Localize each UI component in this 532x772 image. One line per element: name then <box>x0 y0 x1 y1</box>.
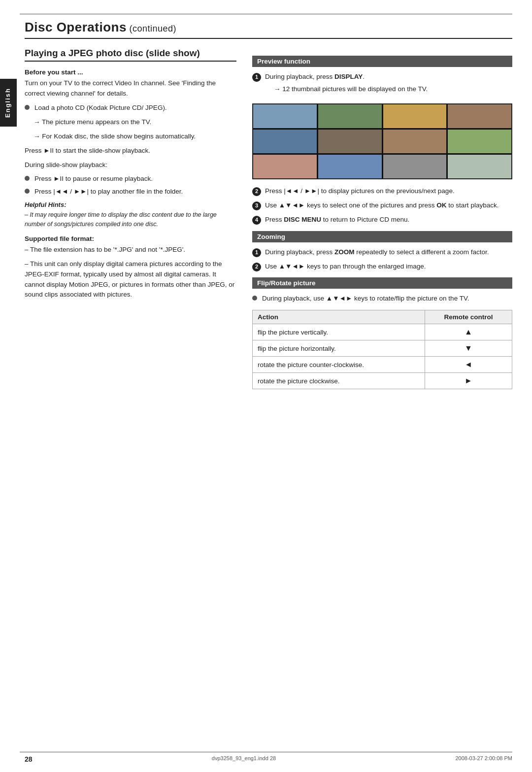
remote-cell-4: ► <box>425 373 512 389</box>
preview-step-2: 2 Press |◄◄ / ►►| to display pictures on… <box>252 186 512 197</box>
zoom-step2-content: Use ▲▼◄► keys to pan through the enlarge… <box>265 262 426 272</box>
bullet-dot-2 <box>25 176 30 181</box>
before-you-start-heading: Before you start ... <box>25 68 236 76</box>
english-tab: English <box>0 79 17 127</box>
zoom-num-1: 1 <box>252 248 261 257</box>
step1-arrow: → 12 thumbnail pictures will be displaye… <box>265 84 428 95</box>
page-border-bottom <box>20 752 512 752</box>
step-num-2: 2 <box>252 187 261 196</box>
step4-content: Press DISC MENU to return to Picture CD … <box>265 215 409 225</box>
left-column: Playing a JPEG photo disc (slide show) B… <box>25 48 236 389</box>
flip-rotate-text: During playback, use ▲▼◄► keys to rotate… <box>262 294 469 304</box>
footer-left: dvp3258_93_eng1.indd 28 <box>212 755 276 763</box>
step3-text: Use ▲▼◄► keys to select one of the pictu… <box>265 201 499 209</box>
bullet-text-3: Press |◄◄ / ►►| to play another file in … <box>34 187 183 197</box>
bullet-item-3: Press |◄◄ / ►►| to play another file in … <box>25 187 236 197</box>
title-suffix: (continued) <box>127 24 176 34</box>
table-row: rotate the picture clockwise. ► <box>253 373 512 389</box>
remote-cell-3: ◄ <box>425 357 512 373</box>
preview-step-3: 3 Use ▲▼◄► keys to select one of the pic… <box>252 201 512 211</box>
thumb-4 <box>448 104 511 128</box>
table-header-row: Action Remote control <box>253 310 512 324</box>
arrow-text-1: → The picture menu appears on the TV. <box>25 117 236 128</box>
step1-text: During playback, press DISPLAY. <box>265 73 365 80</box>
step4-text: Press DISC MENU to return to Picture CD … <box>265 216 409 223</box>
press-text: Press ►II to start the slide-show playba… <box>25 146 236 156</box>
zoom-step1-text: During playback, press ZOOM repeatedly t… <box>265 248 489 256</box>
flip-rotate-dot <box>252 296 257 301</box>
page-border-top <box>20 14 512 14</box>
supported-format-line2: – This unit can only display digital cam… <box>25 259 236 301</box>
step-num-3: 3 <box>252 201 261 210</box>
page-footer: 28 dvp3258_93_eng1.indd 28 2008-03-27 2:… <box>25 755 512 763</box>
zoom-step2-text: Use ▲▼◄► keys to pan through the enlarge… <box>265 263 426 270</box>
thumb-1 <box>253 104 317 128</box>
preview-steps: 1 During playback, press DISPLAY. → 12 t… <box>252 72 512 99</box>
bullet-item-1: Load a photo CD (Kodak Picture CD/ JPEG)… <box>25 103 236 113</box>
thumb-12 <box>448 155 511 178</box>
preview-function-heading: Preview function <box>252 56 512 67</box>
action-cell-4: rotate the picture clockwise. <box>253 373 425 389</box>
footer-right: 2008-03-27 2:00:08 PM <box>455 755 512 763</box>
thumb-7 <box>383 130 447 153</box>
hints-text: – It may require longer time to display … <box>25 210 236 229</box>
zoom-step1-content: During playback, press ZOOM repeatedly t… <box>265 247 489 258</box>
flip-rotate-heading: Flip/Rotate picture <box>252 277 512 289</box>
title-main: Disc Operations <box>25 20 127 34</box>
bullet-dot-1 <box>25 105 30 110</box>
section-heading: Playing a JPEG photo disc (slide show) <box>25 48 236 62</box>
supported-format-line1: – The file extension has to be '*.JPG' a… <box>25 245 236 255</box>
step-num-4: 4 <box>252 216 261 225</box>
bullet-list-1: Load a photo CD (Kodak Picture CD/ JPEG)… <box>25 103 236 113</box>
page-number: 28 <box>25 755 33 763</box>
bullet-dot-3 <box>25 189 30 194</box>
action-cell-1: flip the picture vertically. <box>253 324 425 340</box>
thumbnail-grid <box>252 103 512 179</box>
zooming-steps: 1 During playback, press ZOOM repeatedly… <box>252 247 512 272</box>
hints-heading: Helpful Hints: <box>25 201 236 208</box>
during-text: During slide-show playback: <box>25 160 236 170</box>
main-content: Disc Operations (continued) Playing a JP… <box>25 0 512 389</box>
page-title: Disc Operations (continued) <box>25 20 512 39</box>
table-row: flip the picture vertically. ▲ <box>253 324 512 340</box>
flip-rotate-intro: During playback, use ▲▼◄► keys to rotate… <box>252 294 512 304</box>
bullet-text-2: Press ►II to pause or resume playback. <box>34 174 153 184</box>
preview-steps-2: 2 Press |◄◄ / ►►| to display pictures on… <box>252 186 512 225</box>
thumb-10 <box>318 155 382 178</box>
before-you-start-text1: Turn on your TV to the correct Video In … <box>25 78 236 99</box>
thumb-2 <box>318 104 382 128</box>
thumb-9 <box>253 155 317 178</box>
step1-content: During playback, press DISPLAY. → 12 thu… <box>265 72 428 99</box>
step-num-1: 1 <box>252 73 261 82</box>
step3-content: Use ▲▼◄► keys to select one of the pictu… <box>265 201 499 211</box>
bullet-item-2: Press ►II to pause or resume playback. <box>25 174 236 184</box>
zoom-step-1: 1 During playback, press ZOOM repeatedly… <box>252 247 512 258</box>
remote-cell-2: ▼ <box>425 340 512 357</box>
preview-step-1: 1 During playback, press DISPLAY. → 12 t… <box>252 72 512 99</box>
zooming-heading: Zooming <box>252 231 512 242</box>
remote-cell-1: ▲ <box>425 324 512 340</box>
bullet-text-1: Load a photo CD (Kodak Picture CD/ JPEG)… <box>34 103 167 113</box>
thumb-8 <box>448 130 511 153</box>
two-col-layout: Playing a JPEG photo disc (slide show) B… <box>25 48 512 389</box>
action-cell-2: flip the picture horizontally. <box>253 340 425 357</box>
table-body: flip the picture vertically. ▲ flip the … <box>253 324 512 389</box>
preview-step-4: 4 Press DISC MENU to return to Picture C… <box>252 215 512 225</box>
table-row: rotate the picture counter-clockwise. ◄ <box>253 357 512 373</box>
flip-rotate-intro-list: During playback, use ▲▼◄► keys to rotate… <box>252 294 512 304</box>
arrow-text-2: → For Kodak disc, the slide show begins … <box>25 132 236 142</box>
zoom-step-2: 2 Use ▲▼◄► keys to pan through the enlar… <box>252 262 512 272</box>
table-row: flip the picture horizontally. ▼ <box>253 340 512 357</box>
supported-format-heading: Supported file format: <box>25 235 236 242</box>
thumb-11 <box>383 155 447 178</box>
step2-text: Press |◄◄ / ►►| to display pictures on t… <box>265 187 455 195</box>
table-header-action: Action <box>253 310 425 324</box>
action-table: Action Remote control flip the picture v… <box>252 310 512 389</box>
thumb-5 <box>253 130 317 153</box>
page-container: English Disc Operations (continued) Play… <box>0 0 532 772</box>
zoom-num-2: 2 <box>252 263 261 271</box>
thumb-6 <box>318 130 382 153</box>
right-column: Preview function 1 During playback, pres… <box>252 48 512 389</box>
table-header-remote: Remote control <box>425 310 512 324</box>
thumb-3 <box>383 104 447 128</box>
